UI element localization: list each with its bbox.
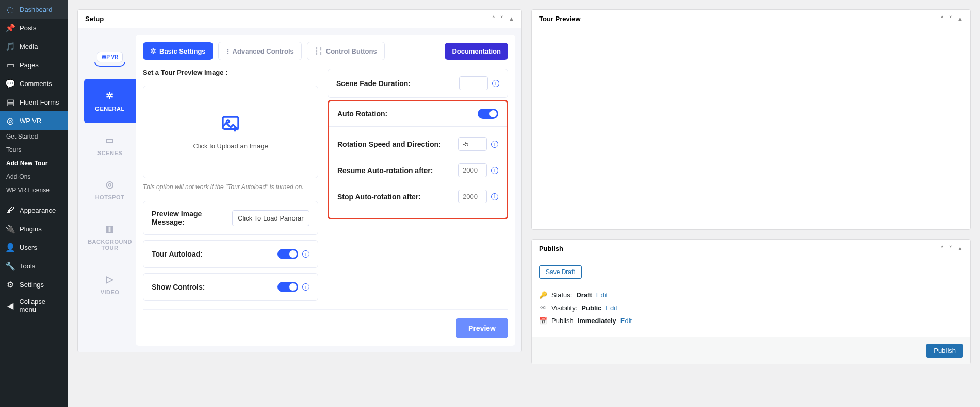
info-icon[interactable]: i: [491, 141, 498, 148]
preview-button[interactable]: Preview: [456, 318, 508, 338]
panel-title: Setup: [85, 15, 104, 23]
sidebar-item-media[interactable]: 🎵Media: [0, 37, 68, 56]
stop-rotation-input[interactable]: [458, 190, 487, 204]
panel-title: Tour Preview: [539, 15, 581, 23]
info-icon[interactable]: i: [491, 193, 498, 200]
media-icon: 🎵: [5, 41, 15, 52]
comment-icon: 💬: [5, 78, 15, 89]
dashboard-icon: ◌: [5, 4, 15, 14]
upload-preview-image[interactable]: Click to Upload an Image: [143, 86, 318, 178]
sidebar-item-settings[interactable]: ⚙Settings: [0, 275, 68, 294]
panel-up-icon[interactable]: ˄: [492, 15, 495, 22]
settings-icon: ⚙: [5, 279, 15, 290]
svg-point-1: [227, 120, 230, 122]
panel-down-icon[interactable]: ˅: [949, 245, 952, 252]
panel-toggle-icon[interactable]: ▲: [957, 245, 963, 252]
panel-toggle-icon[interactable]: ▲: [957, 15, 963, 22]
edit-status-link[interactable]: Edit: [596, 291, 608, 299]
publish-button[interactable]: Publish: [926, 344, 963, 358]
sidebar-item-label: Posts: [20, 24, 37, 32]
brush-icon: 🖌: [5, 205, 15, 215]
sidebar-item-wpvr[interactable]: ◎WP VR: [0, 111, 68, 130]
vtab-general[interactable]: ✲GENERAL: [84, 79, 136, 123]
autoload-hint: This option will not work if the "Tour A…: [143, 183, 318, 191]
panel-toggle-icon[interactable]: ▲: [509, 15, 514, 22]
status-value: Draft: [576, 291, 592, 299]
settings-tabbar: ✲Basic Settings ⫶Advanced Controls ┆╎Con…: [143, 42, 508, 60]
sidebar-sub-license[interactable]: WP VR License: [0, 183, 68, 197]
key-icon: 🔑: [539, 291, 547, 299]
plugin-icon: 🔌: [5, 224, 15, 234]
edit-schedule-link[interactable]: Edit: [620, 317, 632, 325]
vtab-hotspot[interactable]: ◎HOTSPOT: [84, 167, 136, 212]
scene-fade-label: Scene Fade Duration:: [336, 79, 411, 88]
panel-down-icon[interactable]: ˅: [949, 15, 952, 22]
auto-rotation-toggle[interactable]: [478, 109, 498, 119]
gear-icon: ✲: [106, 90, 114, 101]
show-controls-toggle[interactable]: [277, 282, 298, 292]
publish-visibility-row: 👁 Visibility: Public Edit: [539, 304, 963, 312]
image-icon: ▭: [105, 134, 115, 146]
tab-basic-settings[interactable]: ✲Basic Settings: [143, 42, 213, 60]
info-icon[interactable]: i: [302, 250, 309, 258]
sidebar-item-collapse[interactable]: ◀Collapse menu: [0, 294, 68, 317]
sidebar-item-label: Settings: [20, 281, 44, 289]
tab-control-buttons[interactable]: ┆╎Control Buttons: [307, 42, 385, 60]
documentation-button[interactable]: Documentation: [445, 43, 508, 60]
preview-message-card: Preview Image Message:: [143, 201, 318, 235]
auto-rotation-label: Auto Rotation:: [337, 110, 387, 118]
sidebar-sub-tours[interactable]: Tours: [0, 143, 68, 157]
vertical-tabs: WP VR ✲GENERAL ▭SCENES ◎HOTSPOT ▥BACKGRO…: [84, 35, 136, 346]
sidebar-item-label: Collapse menu: [19, 298, 63, 313]
tab-advanced-controls[interactable]: ⫶Advanced Controls: [218, 42, 302, 60]
layers-icon: ▥: [105, 223, 115, 234]
sidebar-item-dashboard[interactable]: ◌Dashboard: [0, 0, 68, 19]
sidebar-item-posts[interactable]: 📌Posts: [0, 19, 68, 37]
general-settings: ✲Basic Settings ⫶Advanced Controls ┆╎Con…: [136, 35, 515, 346]
info-icon[interactable]: i: [491, 167, 498, 174]
status-label: Status:: [551, 291, 572, 299]
tour-preview-header: Tour Preview ˄˅▲: [532, 10, 970, 28]
upload-text: Click to Upload an Image: [193, 142, 268, 150]
sidebar-item-pages[interactable]: ▭Pages: [0, 56, 68, 74]
vr-icon: ◎: [5, 115, 15, 126]
tour-autoload-toggle[interactable]: [277, 249, 298, 259]
sidebar-item-plugins[interactable]: 🔌Plugins: [0, 219, 68, 238]
resume-rotation-input[interactable]: [458, 163, 487, 177]
sidebar-sub-addons[interactable]: Add-Ons: [0, 170, 68, 183]
sidebar-item-label: Plugins: [20, 225, 42, 233]
preview-image-label: Set a Tour Preview Image :: [143, 69, 318, 76]
sidebar-item-users[interactable]: 👤Users: [0, 238, 68, 257]
sidebar-item-comments[interactable]: 💬Comments: [0, 74, 68, 93]
panel-title: Publish: [539, 245, 563, 252]
sidebar-item-label: Dashboard: [20, 6, 53, 13]
preview-message-label: Preview Image Message:: [152, 210, 219, 226]
panel-down-icon[interactable]: ˅: [500, 15, 503, 22]
sidebar-item-fluentforms[interactable]: ▤Fluent Forms: [0, 93, 68, 111]
tour-preview-panel: Tour Preview ˄˅▲: [531, 9, 971, 230]
panel-up-icon[interactable]: ˄: [941, 15, 944, 22]
sidebar-item-label: WP VR: [20, 117, 41, 125]
info-icon[interactable]: i: [302, 283, 309, 291]
pin-icon: 📌: [5, 23, 15, 33]
vtab-backgroundtour[interactable]: ▥BACKGROUND TOUR: [84, 212, 136, 262]
panel-up-icon[interactable]: ˄: [941, 245, 944, 252]
preview-message-input[interactable]: [232, 210, 309, 226]
sidebar-sub-getstarted[interactable]: Get Started: [0, 130, 68, 143]
schedule-prefix: Publish: [551, 317, 574, 325]
sidebar-sub-addnewtour[interactable]: Add New Tour: [0, 157, 68, 170]
visibility-label: Visibility:: [551, 304, 577, 312]
publish-header: Publish ˄˅▲: [532, 240, 970, 258]
sidebar-item-appearance[interactable]: 🖌Appearance: [0, 201, 68, 219]
sidebar-item-tools[interactable]: 🔧Tools: [0, 257, 68, 275]
sidebar-item-label: Appearance: [20, 207, 56, 214]
vtab-video[interactable]: ▷VIDEO: [84, 262, 136, 307]
sliders-icon: ⫶: [226, 47, 230, 55]
rotation-speed-input[interactable]: [458, 137, 487, 151]
edit-visibility-link[interactable]: Edit: [606, 304, 617, 312]
info-icon[interactable]: i: [492, 80, 499, 87]
scene-fade-input[interactable]: [459, 76, 488, 90]
save-draft-button[interactable]: Save Draft: [539, 265, 582, 279]
sidebar-item-label: Fluent Forms: [20, 98, 59, 106]
vtab-scenes[interactable]: ▭SCENES: [84, 123, 136, 167]
